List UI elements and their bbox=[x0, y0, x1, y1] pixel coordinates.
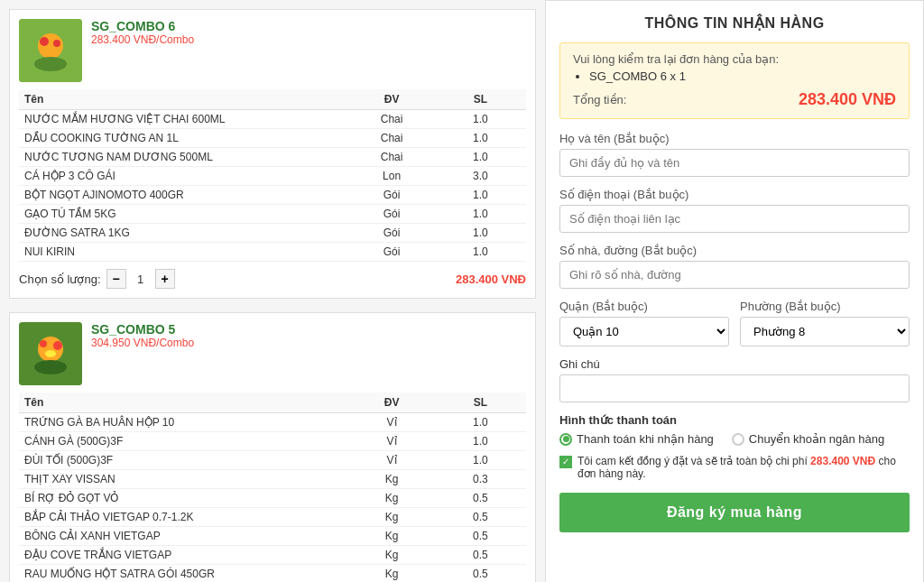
combo1-qty-value: 1 bbox=[132, 273, 150, 286]
table-row: RAU MUỐNG HỘT SATRA GÓI 450GRKg0.5 bbox=[19, 565, 526, 583]
note-label: Ghi chú bbox=[559, 357, 910, 371]
radio-cod bbox=[559, 433, 572, 446]
summary-total-value: 283.400 VNĐ bbox=[799, 90, 896, 109]
table-row: CÁNH GÀ (500G)3FVỉ1.0 bbox=[19, 432, 526, 451]
payment-transfer-label: Chuyển khoản ngân hàng bbox=[749, 432, 884, 446]
confirm-text: Tôi cam kết đồng ý đặt và sẽ trả toàn bộ… bbox=[578, 455, 910, 480]
combo2-col-dv: ĐV bbox=[348, 393, 435, 413]
payment-cod-label: Thanh toán khi nhận hàng bbox=[577, 432, 714, 446]
summary-intro: Vui lòng kiểm tra lại đơn hàng của bạn: bbox=[573, 52, 896, 66]
district-ward-row: Quận (Bắt buộc) Quận 10 Phường (Bắt buộc… bbox=[559, 300, 910, 357]
combo1-qty-label: Chọn số lượng: bbox=[19, 273, 101, 286]
payment-options: Thanh toán khi nhận hàng Chuyển khoản ng… bbox=[559, 432, 910, 446]
district-group: Quận (Bắt buộc) Quận 10 bbox=[559, 300, 729, 346]
phone-label: Số điện thoại (Bắt buộc) bbox=[559, 188, 910, 201]
combo1-total-price: 283.400 VNĐ bbox=[456, 273, 526, 286]
combo1-table: Tên ĐV SL NƯỚC MẮM HƯƠNG VIỆT CHAI 600ML… bbox=[19, 89, 526, 262]
summary-total-row: Tổng tiền: 283.400 VNĐ bbox=[573, 90, 896, 109]
ward-label: Phường (Bắt buộc) bbox=[740, 300, 910, 313]
confirm-checkbox[interactable]: ✓ bbox=[559, 456, 572, 468]
payment-label: Hình thức thanh toán bbox=[559, 413, 910, 427]
name-input[interactable] bbox=[559, 149, 910, 177]
district-select[interactable]: Quận 10 bbox=[559, 317, 729, 346]
svg-point-1 bbox=[38, 33, 63, 59]
summary-items: SG_COMBO 6 x 1 bbox=[573, 69, 896, 83]
combo2-table: Tên ĐV SL TRỨNG GÀ BA HUÂN HỘP 10Vỉ1.0CÁ… bbox=[19, 393, 526, 582]
combo1-info: SG_COMBO 6 283.400 VNĐ/Combo bbox=[91, 19, 194, 46]
svg-point-4 bbox=[53, 40, 60, 47]
combo2-info: SG_COMBO 5 304.950 VNĐ/Combo bbox=[91, 322, 194, 349]
combo1-col-sl: SL bbox=[435, 89, 526, 110]
combo2-image bbox=[19, 322, 82, 385]
register-button[interactable]: Đăng ký mua hàng bbox=[559, 493, 910, 532]
combo1-footer: Chọn số lượng: − 1 + 283.400 VNĐ bbox=[19, 269, 526, 289]
svg-point-8 bbox=[40, 340, 47, 347]
svg-point-10 bbox=[45, 350, 56, 357]
table-row: ĐÙI TỐI (500G)3FVỉ1.0 bbox=[19, 451, 526, 470]
combo1-qty-control: Chọn số lượng: − 1 + bbox=[19, 269, 175, 289]
order-form-panel: THÔNG TIN NHẬN HÀNG Vui lòng kiểm tra lạ… bbox=[545, 0, 924, 582]
combo2-price-per: 304.950 VNĐ/Combo bbox=[91, 337, 194, 349]
table-row: NƯỚC TƯƠNG NAM DƯƠNG 500MLChai1.0 bbox=[19, 148, 526, 167]
ward-select[interactable]: Phường 8 bbox=[740, 317, 910, 346]
table-row: ĐƯỜNG SATRA 1KGGói1.0 bbox=[19, 224, 526, 243]
table-row: GẠO TÚ TẦM 5KGGói1.0 bbox=[19, 205, 526, 224]
phone-group: Số điện thoại (Bắt buộc) bbox=[559, 188, 910, 233]
payment-section: Hình thức thanh toán Thanh toán khi nhận… bbox=[559, 413, 910, 446]
table-row: BÔNG CẢI XANH VIETGAPKg0.5 bbox=[19, 527, 526, 546]
payment-option-transfer[interactable]: Chuyển khoản ngân hàng bbox=[732, 432, 884, 446]
table-row: BỘT NGỌT AJINOMOTO 400GRGói1.0 bbox=[19, 186, 526, 205]
confirm-row: ✓ Tôi cam kết đồng ý đặt và sẽ trả toàn … bbox=[559, 455, 910, 480]
combo1-qty-increase[interactable]: + bbox=[155, 269, 175, 289]
combo1-col-name: Tên bbox=[19, 89, 348, 110]
svg-point-9 bbox=[53, 341, 62, 350]
address-group: Số nhà, đường (Bắt buộc) bbox=[559, 244, 910, 289]
combo2-col-name: Tên bbox=[19, 393, 348, 413]
table-row: DẦU COOKING TƯỜNG AN 1LChai1.0 bbox=[19, 129, 526, 148]
radio-transfer bbox=[732, 433, 744, 446]
combo1-header: SG_COMBO 6 283.400 VNĐ/Combo bbox=[19, 19, 526, 82]
phone-input[interactable] bbox=[559, 205, 910, 233]
svg-point-2 bbox=[34, 57, 67, 71]
address-input[interactable] bbox=[559, 261, 910, 289]
combo1-col-dv: ĐV bbox=[348, 89, 435, 110]
panel-title: THÔNG TIN NHẬN HÀNG bbox=[559, 14, 910, 32]
table-row: BẮP CẢI THẢO VIETGAP 0.7-1.2KKg0.5 bbox=[19, 508, 526, 527]
table-row: TRỨNG GÀ BA HUÂN HỘP 10Vỉ1.0 bbox=[19, 413, 526, 432]
ward-group: Phường (Bắt buộc) Phường 8 bbox=[740, 300, 910, 346]
address-label: Số nhà, đường (Bắt buộc) bbox=[559, 244, 910, 257]
note-group: Ghi chú bbox=[559, 357, 910, 402]
combo2-header: SG_COMBO 5 304.950 VNĐ/Combo bbox=[19, 322, 526, 385]
summary-item-1: SG_COMBO 6 x 1 bbox=[589, 69, 896, 83]
summary-total-label: Tổng tiền: bbox=[573, 93, 626, 106]
combo1-image bbox=[19, 19, 82, 82]
combo-card-2: SG_COMBO 5 304.950 VNĐ/Combo Tên ĐV SL T… bbox=[9, 312, 536, 582]
confirm-amount: 283.400 VNĐ bbox=[810, 455, 875, 467]
district-label: Quận (Bắt buộc) bbox=[559, 300, 729, 313]
table-row: CÁ HỘP 3 CÔ GÁILon3.0 bbox=[19, 167, 526, 186]
combo1-price-per: 283.400 VNĐ/Combo bbox=[91, 33, 194, 46]
table-row: ĐẬU COVE TRẮNG VIETGAPKg0.5 bbox=[19, 546, 526, 565]
combo1-qty-decrease[interactable]: − bbox=[106, 269, 126, 289]
combo2-title: SG_COMBO 5 bbox=[91, 322, 194, 337]
combo-card-1: SG_COMBO 6 283.400 VNĐ/Combo Tên ĐV SL N… bbox=[9, 9, 536, 299]
checkbox-check-icon: ✓ bbox=[562, 457, 569, 467]
table-row: THỊT XAY VISSANKg0.3 bbox=[19, 470, 526, 489]
name-label: Họ và tên (Bắt buộc) bbox=[559, 132, 910, 145]
radio-cod-dot bbox=[563, 436, 569, 442]
payment-option-cod[interactable]: Thanh toán khi nhận hàng bbox=[559, 432, 714, 446]
combo2-col-sl: SL bbox=[435, 393, 526, 413]
name-group: Họ và tên (Bắt buộc) bbox=[559, 132, 910, 177]
order-summary: Vui lòng kiểm tra lại đơn hàng của bạn: … bbox=[559, 42, 910, 119]
svg-point-7 bbox=[34, 360, 67, 374]
table-row: NƯỚC MẮM HƯƠNG VIỆT CHAI 600MLChai1.0 bbox=[19, 110, 526, 129]
note-input[interactable] bbox=[559, 374, 910, 402]
table-row: BÍ RỢ ĐỎ GỌT VỎKg0.5 bbox=[19, 489, 526, 508]
combo1-title: SG_COMBO 6 bbox=[91, 19, 194, 33]
table-row: NUI KIRINGói1.0 bbox=[19, 243, 526, 262]
svg-point-3 bbox=[40, 37, 49, 46]
